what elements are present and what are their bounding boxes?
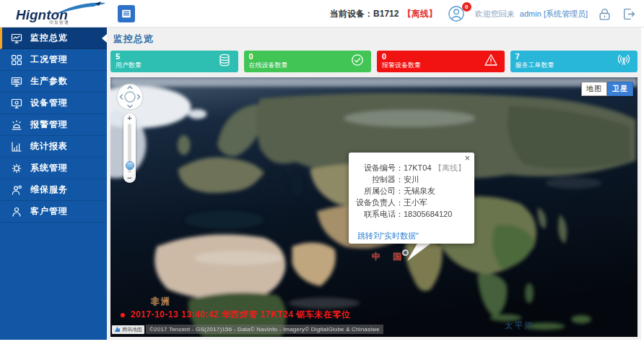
sidebar-item-system-management[interactable]: 系统管理 bbox=[0, 158, 107, 179]
app-logo: Hignton 华辰智通 bbox=[12, 1, 104, 26]
stat-label: 报警设备数量 bbox=[382, 61, 500, 69]
stat-value: 0 bbox=[382, 52, 500, 61]
warning-triangle-icon bbox=[484, 53, 498, 70]
logo-subtitle: 华辰智通 bbox=[49, 20, 69, 26]
gear-icon bbox=[11, 163, 22, 174]
alarm-dot-icon bbox=[121, 313, 125, 317]
map-attribution: 腾讯地图 ©2017 Tencent - GS(2017)156 - Data©… bbox=[112, 325, 383, 334]
sidebar-item-label: 系统管理 bbox=[30, 162, 68, 174]
map[interactable]: 非洲 中 国 太平洋 + − 地图 卫星 bbox=[110, 77, 638, 337]
zoom-track[interactable] bbox=[128, 124, 131, 173]
sidebar-item-label: 工况管理 bbox=[30, 53, 68, 66]
sidebar-item-work-condition[interactable]: 工况管理 bbox=[0, 49, 107, 71]
bar-chart-icon bbox=[11, 141, 22, 153]
tencent-logo-icon bbox=[114, 326, 121, 333]
stat-value: 7 bbox=[515, 52, 633, 61]
logout-button[interactable] bbox=[622, 7, 635, 21]
stat-card-service-orders: 7 服务工单数量 bbox=[510, 51, 638, 72]
stat-value: 0 bbox=[249, 52, 367, 61]
lock-screen-button[interactable] bbox=[598, 7, 612, 21]
map-zoom-slider[interactable]: + − bbox=[123, 113, 136, 183]
sidebar-item-label: 维保服务 bbox=[30, 184, 68, 196]
menu-icon bbox=[121, 8, 132, 20]
popup-device-status: 【离线】 bbox=[434, 162, 466, 174]
app-window: Hignton 华辰智通 当前设备：B1712 【离线】 0 bbox=[0, 0, 644, 347]
sidebar-item-label: 报警管理 bbox=[30, 119, 68, 131]
sidebar-nav: 监控总览 工况管理 生产参数 设 bbox=[0, 27, 107, 340]
sidebar-item-customer-management[interactable]: 客户管理 bbox=[0, 201, 107, 223]
popup-row-controller: 控制器： 安川 bbox=[352, 174, 469, 185]
map-type-satellite-button[interactable]: 卫星 bbox=[607, 82, 633, 96]
sidebar-item-label: 生产参数 bbox=[30, 75, 68, 87]
sidebar-item-label: 监控总览 bbox=[30, 32, 68, 44]
attribution-text: ©2017 Tencent - GS(2017)156 - Data© NavI… bbox=[146, 325, 383, 334]
monitor-params-icon bbox=[11, 76, 22, 87]
active-indicator bbox=[102, 34, 107, 43]
user-gear-icon bbox=[11, 184, 22, 196]
stat-label: 在线设备数量 bbox=[249, 61, 367, 69]
stat-label: 用户数量 bbox=[116, 61, 233, 69]
sidebar-item-label: 客户管理 bbox=[30, 205, 68, 218]
grid-icon bbox=[11, 54, 22, 66]
device-status-badge: 【离线】 bbox=[403, 9, 438, 19]
current-device-info: 当前设备：B1712 【离线】 bbox=[330, 8, 438, 20]
current-device-label: 当前设备： bbox=[330, 9, 373, 19]
sidebar-item-statistics-reports[interactable]: 统计报表 bbox=[0, 136, 107, 158]
stat-value: 5 bbox=[116, 52, 233, 61]
welcome-text: 欢迎您回来 admin [系统管理员] bbox=[475, 9, 588, 20]
alarm-ticker-text: 2017-10-13 13:40:42 华西焊管 17KT24 锯车未在零位 bbox=[131, 309, 350, 321]
sidebar-toggle-button[interactable] bbox=[118, 5, 135, 22]
lock-icon bbox=[598, 7, 612, 21]
realtime-data-link[interactable]: 跳转到"实时数据" bbox=[357, 231, 419, 241]
sidebar-item-monitor-overview[interactable]: 监控总览 bbox=[0, 27, 107, 49]
alarm-ticker: 2017-10-13 13:40:42 华西焊管 17KT24 锯车未在零位 bbox=[121, 309, 350, 321]
person-icon bbox=[11, 206, 22, 218]
monitor-device-icon bbox=[11, 98, 22, 109]
broadcast-icon bbox=[617, 53, 631, 70]
current-device-id: B1712 bbox=[373, 9, 399, 19]
popup-tail bbox=[405, 242, 437, 262]
page-title: 监控总览 bbox=[113, 33, 638, 46]
sidebar-item-alarm-management[interactable]: 报警管理 bbox=[0, 114, 107, 136]
main-content: 监控总览 5 用户数量 0 在线设备数量 bbox=[107, 27, 641, 340]
popup-row-phone: 联系电话： 18305684120 bbox=[352, 208, 469, 220]
sidebar-item-label: 统计报表 bbox=[30, 140, 68, 153]
zoom-out-button[interactable]: − bbox=[127, 174, 131, 183]
stat-card-online-devices: 0 在线设备数量 bbox=[244, 51, 372, 72]
sidebar-item-maintenance-service[interactable]: 维保服务 bbox=[0, 179, 107, 201]
sidebar-item-label: 设备管理 bbox=[30, 97, 68, 109]
exit-icon bbox=[622, 7, 635, 21]
notification-count-badge: 0 bbox=[462, 2, 471, 12]
map-type-toggle: 地图 卫星 bbox=[581, 82, 633, 96]
popup-row-device-id: 设备编号： 17KT04 【离线】 bbox=[352, 162, 469, 174]
tencent-map-logo: 腾讯地图 bbox=[112, 325, 144, 334]
sidebar-item-device-management[interactable]: 设备管理 bbox=[0, 93, 107, 114]
stat-card-users: 5 用户数量 bbox=[110, 51, 238, 72]
monitor-chart-icon bbox=[11, 33, 22, 44]
popup-row-owner: 设备负责人： 王小军 bbox=[352, 197, 469, 208]
welcome-label: 欢迎您回来 bbox=[475, 9, 515, 18]
zoom-handle[interactable] bbox=[126, 161, 134, 170]
device-info-popup: × 设备编号： 17KT04 【离线】 控制器： 安川 所属公司： 无锡泉友 设… bbox=[349, 153, 474, 244]
zoom-in-button[interactable]: + bbox=[127, 113, 131, 123]
user-menu-link[interactable]: admin [系统管理员] bbox=[520, 9, 588, 18]
popup-row-company: 所属公司： 无锡泉友 bbox=[352, 185, 469, 197]
notifications-button[interactable]: 0 bbox=[448, 5, 465, 22]
map-pan-control[interactable] bbox=[116, 83, 144, 111]
stat-card-alarm-devices: 0 报警设备数量 bbox=[377, 51, 505, 72]
top-header: Hignton 华辰智通 当前设备：B1712 【离线】 0 bbox=[0, 0, 644, 27]
sidebar-item-production-params[interactable]: 生产参数 bbox=[0, 71, 107, 93]
database-icon bbox=[217, 53, 232, 70]
alarm-siren-icon bbox=[11, 119, 22, 131]
stat-label: 服务工单数量 bbox=[515, 61, 633, 69]
check-circle-icon bbox=[350, 53, 365, 70]
map-type-map-button[interactable]: 地图 bbox=[581, 82, 607, 96]
stat-cards-row: 5 用户数量 0 在线设备数量 bbox=[110, 51, 638, 72]
